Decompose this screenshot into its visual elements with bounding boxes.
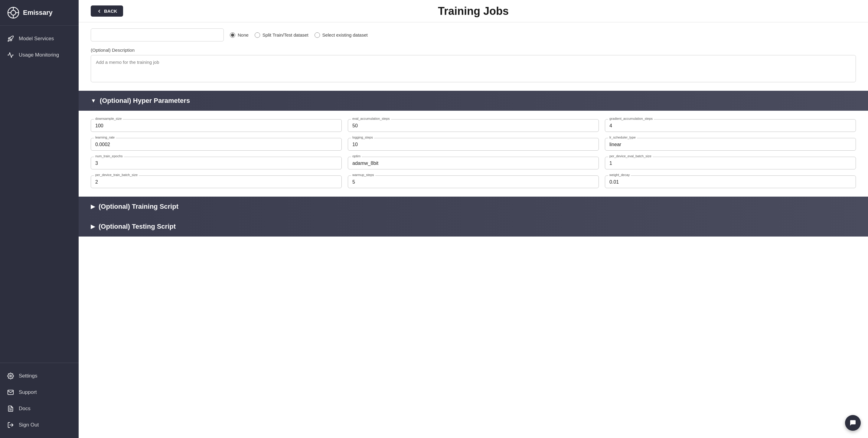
sidebar-item-settings[interactable]: Settings bbox=[0, 368, 79, 384]
testing-script-header[interactable]: ▶ (Optional) Testing Script bbox=[79, 217, 868, 237]
chat-icon bbox=[849, 419, 857, 427]
param-log-steps-input[interactable] bbox=[352, 142, 594, 147]
svg-point-1 bbox=[11, 10, 16, 15]
testing-script-title: (Optional) Testing Script bbox=[99, 223, 176, 230]
model-services-label: Model Services bbox=[19, 36, 54, 42]
param-grad-acc-label: gradient_accumulation_steps bbox=[608, 117, 654, 120]
param-gradient-accumulation-steps: gradient_accumulation_steps bbox=[605, 119, 856, 132]
radio-split-label: Split Train/Test dataset bbox=[262, 32, 309, 37]
param-eval-batch-label: per_device_eval_batch_size bbox=[608, 154, 653, 158]
sidebar-item-support[interactable]: Support bbox=[0, 384, 79, 401]
logo-area: Emissary bbox=[0, 0, 79, 26]
sidebar: Emissary Model Services Usage Monitoring bbox=[0, 0, 79, 438]
param-train-batch-input[interactable] bbox=[95, 179, 337, 185]
testing-script-chevron: ▶ bbox=[91, 223, 95, 230]
param-train-batch-label: per_device_train_batch_size bbox=[94, 173, 139, 177]
sidebar-bottom: Settings Support Docs bbox=[0, 366, 79, 438]
param-downsample-size-input[interactable] bbox=[95, 123, 337, 129]
description-textarea[interactable] bbox=[91, 55, 856, 82]
back-label: BACK bbox=[104, 8, 117, 13]
usage-monitoring-label: Usage Monitoring bbox=[19, 52, 59, 58]
back-chevron-icon bbox=[97, 9, 102, 13]
param-eval-batch-input[interactable] bbox=[610, 161, 851, 166]
param-eval-accumulation-steps: eval_accumulation_steps bbox=[348, 119, 599, 132]
param-grad-acc-input[interactable] bbox=[610, 123, 851, 129]
param-lr-input[interactable] bbox=[95, 142, 337, 147]
param-logging-steps: logging_steps bbox=[348, 138, 599, 151]
sidebar-divider bbox=[0, 363, 79, 363]
param-warmup-input[interactable] bbox=[352, 179, 594, 185]
sidebar-item-sign-out[interactable]: Sign Out bbox=[0, 417, 79, 433]
param-lr-sched-input[interactable] bbox=[610, 142, 851, 147]
dropdown-row: None Split Train/Test dataset Select exi… bbox=[91, 28, 856, 41]
signout-icon bbox=[7, 422, 14, 428]
param-epochs-label: num_train_epochs bbox=[94, 154, 124, 158]
description-section: (Optional) Description bbox=[91, 48, 856, 84]
app-name: Emissary bbox=[23, 9, 53, 17]
param-downsample-size: downsample_size bbox=[91, 119, 342, 132]
radio-existing-label: Select existing dataset bbox=[322, 32, 368, 37]
param-optim-input[interactable] bbox=[352, 161, 594, 166]
page-header: BACK Training Jobs bbox=[79, 0, 868, 22]
sidebar-nav: Model Services Usage Monitoring bbox=[0, 26, 79, 360]
rocket-icon bbox=[7, 35, 14, 42]
gear-icon bbox=[7, 373, 14, 379]
radio-existing-input[interactable] bbox=[314, 32, 320, 38]
training-script-title: (Optional) Training Script bbox=[99, 203, 179, 211]
param-per-device-eval-batch-size: per_device_eval_batch_size bbox=[605, 157, 856, 169]
svg-point-6 bbox=[10, 375, 11, 377]
sidebar-item-docs[interactable]: Docs bbox=[0, 401, 79, 417]
param-downsample-size-label: downsample_size bbox=[94, 117, 123, 120]
mail-icon bbox=[7, 389, 14, 396]
param-log-steps-label: logging_steps bbox=[351, 135, 374, 139]
support-label: Support bbox=[19, 389, 37, 395]
radio-none-input[interactable] bbox=[230, 32, 235, 38]
emissary-logo-icon bbox=[7, 7, 19, 19]
radio-group: None Split Train/Test dataset Select exi… bbox=[230, 32, 368, 38]
hyper-params-title: (Optional) Hyper Parameters bbox=[100, 97, 190, 105]
param-weight-decay-label: weight_decay bbox=[608, 173, 631, 177]
dataset-dropdown[interactable] bbox=[91, 28, 224, 41]
param-eval-acc-label: eval_accumulation_steps bbox=[351, 117, 391, 120]
docs-label: Docs bbox=[19, 406, 31, 412]
param-warmup-steps: warmup_steps bbox=[348, 176, 599, 188]
radio-split-input[interactable] bbox=[255, 32, 260, 38]
radio-none-label: None bbox=[238, 32, 249, 37]
param-weight-decay-input[interactable] bbox=[610, 179, 851, 185]
sidebar-item-model-services[interactable]: Model Services bbox=[0, 31, 79, 47]
page-title: Training Jobs bbox=[438, 5, 509, 18]
back-button[interactable]: BACK bbox=[91, 5, 123, 17]
param-weight-decay: weight_decay bbox=[605, 176, 856, 188]
hyper-params-header[interactable]: ▼ (Optional) Hyper Parameters bbox=[79, 91, 868, 111]
param-eval-acc-input[interactable] bbox=[352, 123, 594, 129]
chat-bubble[interactable] bbox=[845, 415, 861, 431]
settings-label: Settings bbox=[19, 373, 37, 379]
param-num-train-epochs: num_train_epochs bbox=[91, 157, 342, 169]
radio-existing[interactable]: Select existing dataset bbox=[314, 32, 368, 38]
sidebar-item-usage-monitoring[interactable]: Usage Monitoring bbox=[0, 47, 79, 63]
content-area: None Split Train/Test dataset Select exi… bbox=[79, 22, 868, 438]
param-per-device-train-batch-size: per_device_train_batch_size bbox=[91, 176, 342, 188]
param-optim: optim bbox=[348, 157, 599, 169]
radio-split[interactable]: Split Train/Test dataset bbox=[255, 32, 309, 38]
training-script-chevron: ▶ bbox=[91, 203, 95, 210]
param-epochs-input[interactable] bbox=[95, 161, 337, 166]
training-script-header[interactable]: ▶ (Optional) Training Script bbox=[79, 197, 868, 217]
top-form: None Split Train/Test dataset Select exi… bbox=[79, 22, 868, 91]
hyper-params-chevron: ▼ bbox=[91, 98, 96, 104]
hyper-params-grid: downsample_size eval_accumulation_steps … bbox=[79, 111, 868, 197]
main-content: BACK Training Jobs None Split Train/Test bbox=[79, 0, 868, 438]
chart-icon bbox=[7, 52, 14, 58]
document-icon bbox=[7, 405, 14, 412]
param-lr-sched-label: lr_scheduler_type bbox=[608, 135, 637, 139]
param-optim-label: optim bbox=[351, 154, 362, 158]
param-warmup-label: warmup_steps bbox=[351, 173, 375, 177]
param-lr-scheduler-type: lr_scheduler_type bbox=[605, 138, 856, 151]
param-learning-rate: learning_rate bbox=[91, 138, 342, 151]
description-label: (Optional) Description bbox=[91, 48, 856, 53]
radio-none[interactable]: None bbox=[230, 32, 249, 38]
param-lr-label: learning_rate bbox=[94, 135, 116, 139]
sign-out-label: Sign Out bbox=[19, 422, 39, 428]
